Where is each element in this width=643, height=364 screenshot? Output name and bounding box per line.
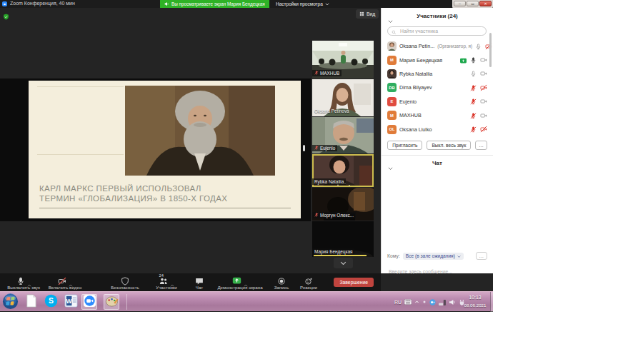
mic-active-icon[interactable] (470, 54, 477, 66)
toolbar-label: Демонстрация экрана (217, 285, 262, 290)
participants-title: Участники (24) (417, 13, 458, 19)
end-meeting-button[interactable]: Завершение (334, 278, 374, 287)
camera-icon[interactable] (480, 109, 487, 122)
taskbar-divider (126, 294, 127, 310)
thumbnail-name-label: Eujenio (312, 145, 337, 151)
camera-off-icon[interactable] (480, 123, 487, 136)
mic-muted-icon[interactable] (470, 95, 477, 108)
taskbar-clock[interactable]: 10:13 08.06.2021 (460, 293, 490, 309)
participant-row[interactable]: MMAXHUB (382, 108, 493, 122)
chat-more-button[interactable]: … (476, 252, 488, 260)
chat-recipient-dropdown[interactable]: Все (в зале ожидания) (403, 253, 464, 260)
participant-name: Rybka Nataliia (399, 71, 432, 77)
view-mode-button[interactable]: Вид (356, 9, 379, 19)
participant-role: (Организатор, я) (437, 44, 472, 49)
zoom-tray-icon[interactable] (429, 299, 436, 305)
muted-mic-icon (314, 213, 319, 218)
toolbar-label: Включить видео (49, 285, 82, 290)
minimize-button[interactable]: – (454, 1, 466, 6)
video-thumbnail[interactable]: Rybka Nataliia (312, 154, 374, 187)
windows-taskbar: SW RU 10:13 08.06.2021 (0, 291, 493, 311)
participants-more-button[interactable]: … (475, 141, 487, 150)
camera-icon[interactable] (480, 95, 487, 108)
avatar: M (387, 111, 397, 120)
mic-icon[interactable] (475, 40, 482, 53)
slide-text: КАРЛ МАРКС ПЕРВЫЙ ИСПОЛЬЗОВАЛ ТЕРМИН «ГЛ… (39, 183, 227, 203)
participant-row[interactable]: MМария Бендецкая (382, 53, 493, 66)
start-button[interactable] (2, 293, 19, 310)
collapse-thumbnails-button[interactable] (334, 258, 353, 268)
svg-text:W: W (66, 297, 72, 304)
participant-row[interactable]: EEujenio (382, 95, 493, 108)
mute-button[interactable]: Выключить звук (4, 273, 43, 291)
taskbar-app-word[interactable]: W (63, 294, 79, 310)
network-icon[interactable] (439, 299, 446, 305)
collapse-chat-icon[interactable] (388, 161, 393, 173)
taskbar-app-document[interactable] (23, 294, 39, 310)
avatar: DB (387, 83, 397, 92)
mic-muted-icon[interactable] (470, 109, 477, 122)
video-thumbnail[interactable]: Oksana Petinova (312, 79, 374, 116)
record-button[interactable]: Запись (269, 273, 294, 291)
participants-button[interactable]: 24Участники (146, 273, 187, 291)
participants-count-badge: 24 (159, 273, 164, 278)
zoom-app-icon (2, 1, 7, 6)
captured-screen: Zoom Конференция, 40 мин Вы просматривае… (0, 0, 493, 312)
status-dot-icon[interactable] (422, 300, 427, 304)
thumbnail-name-label: MAXHUB (312, 70, 342, 76)
security-button[interactable]: Безопасность (104, 273, 146, 291)
taskbar-app-skype[interactable]: S (43, 294, 59, 310)
chat-message-input[interactable] (387, 268, 490, 275)
zoom-app-icon (83, 294, 96, 310)
maximize-button[interactable]: ▭ (467, 1, 479, 6)
participant-name: Oksana Liulko (399, 126, 432, 133)
camera-icon[interactable] (480, 54, 487, 66)
reactions-button[interactable]: Реакции (294, 273, 323, 291)
volume-icon[interactable] (449, 299, 456, 305)
toolbar-label: Участники (156, 285, 177, 290)
chevron-down-icon (457, 253, 461, 258)
participant-name: Мария Бендецкая (399, 57, 442, 64)
stage-scrollbar[interactable] (303, 145, 305, 151)
video-thumbnail[interactable]: Мария Бендецкая (312, 221, 374, 257)
taskbar-app-paint[interactable] (104, 294, 119, 310)
chat-to-label: Кому: (387, 253, 400, 258)
mic-muted-icon[interactable] (470, 81, 477, 94)
video-button[interactable]: Включить видео (43, 273, 87, 291)
mic-muted-icon[interactable] (470, 123, 477, 136)
camera-off-icon[interactable] (480, 81, 487, 94)
close-button[interactable]: ✕ (479, 1, 492, 6)
hidden-icons-arrow[interactable] (414, 300, 419, 304)
participants-header: Участники (24) (382, 8, 493, 24)
keyboard-icon[interactable] (404, 299, 412, 305)
mute-all-button[interactable]: Выкл. весь звук (427, 141, 471, 150)
toolbar-label: Безопасность (111, 285, 139, 290)
participant-row[interactable]: DBDima Bilyayev (382, 81, 493, 94)
mic-icon[interactable] (470, 67, 477, 80)
participant-row[interactable]: Rybka Nataliia (382, 67, 493, 81)
invite-button[interactable]: Пригласить (387, 141, 422, 150)
toolbar-label: Реакции (300, 285, 317, 290)
thumbnail-name-label: Oksana Petinova (312, 108, 352, 114)
language-indicator[interactable]: RU (394, 300, 402, 305)
participant-search[interactable] (387, 26, 487, 36)
video-thumbnail[interactable]: Eujenio (312, 117, 374, 153)
muted-mic-icon (314, 146, 319, 151)
taskbar-app-zoom[interactable] (81, 294, 97, 310)
participant-row[interactable]: OLOksana Liulko (382, 122, 493, 136)
system-tray: RU (394, 292, 465, 312)
participant-row[interactable]: Oksana Petin...(Организатор, я) (382, 39, 493, 53)
search-input[interactable] (399, 28, 482, 34)
video-thumbnail[interactable]: MAXHUB (312, 41, 374, 79)
active-speaker-indicator (314, 255, 367, 257)
toolbar-label: Выключить звук (7, 285, 40, 290)
view-settings-button[interactable]: Настройки просмотра (276, 0, 329, 8)
video-thumbnail[interactable]: Моргун Олекс... (312, 188, 374, 221)
participant-name: MAXHUB (399, 112, 422, 118)
camera-icon[interactable] (480, 67, 487, 80)
show-desktop-button[interactable] (490, 292, 493, 312)
chat-button[interactable]: Чат (187, 273, 211, 291)
participant-name: Dima Bilyayev (399, 84, 432, 91)
share-screen-button[interactable]: Демонстрация экрана (211, 273, 269, 291)
participants-scrollbar[interactable] (489, 33, 492, 67)
